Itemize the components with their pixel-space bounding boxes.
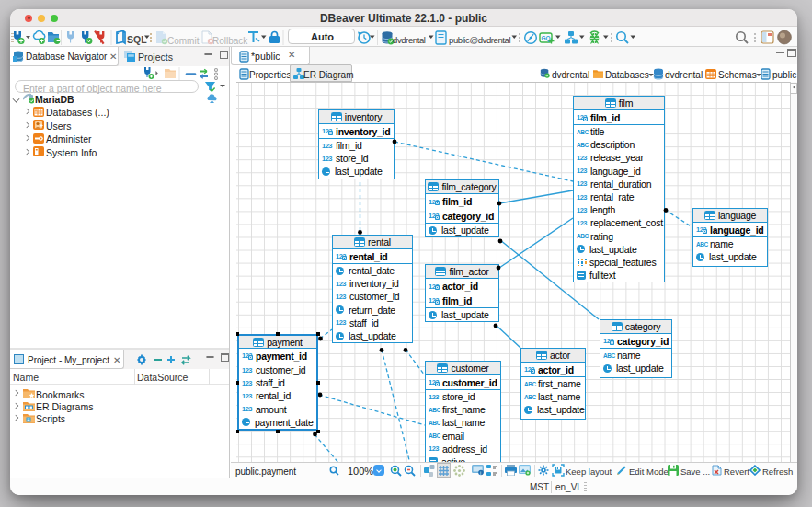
svg-text:i: i: [480, 470, 481, 476]
